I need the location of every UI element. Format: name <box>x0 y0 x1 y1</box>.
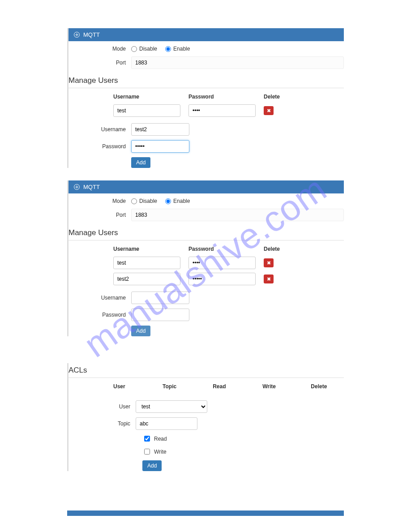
panel-header[interactable]: MQTT <box>68 180 344 193</box>
mode-disable-option[interactable]: Disable <box>131 198 157 204</box>
col-username: Username <box>113 246 180 252</box>
delete-user-button[interactable]: ✖ <box>264 258 274 267</box>
panel-title: MQTT <box>83 31 100 38</box>
mode-disable-radio[interactable] <box>131 198 137 204</box>
mqtt-panel-2: MQTT Mode Disable Enable Port <box>67 180 344 336</box>
acl-col-delete: Delete <box>294 383 344 390</box>
user-row: ✖ <box>113 104 344 117</box>
mode-enable-radio[interactable] <box>165 198 171 204</box>
mqtt-panel-1: MQTT Mode Disable Enable Port <box>67 28 344 168</box>
mode-enable-option[interactable]: Enable <box>165 46 190 52</box>
user-password-input[interactable] <box>188 273 256 285</box>
footer-bar <box>67 511 344 516</box>
acl-topic-label: Topic <box>68 420 136 427</box>
acl-topic-input[interactable] <box>136 417 197 430</box>
user-row: ✖ <box>113 257 344 269</box>
col-delete: Delete <box>264 94 291 100</box>
mode-label: Mode <box>68 46 131 52</box>
acl-read-label: Read <box>154 436 167 442</box>
user-username-input[interactable] <box>113 273 180 285</box>
add-username-label: Username <box>68 126 131 133</box>
col-password: Password <box>188 246 256 252</box>
acl-user-label: User <box>68 403 136 410</box>
add-username-input[interactable] <box>131 292 189 304</box>
manage-users-title: Manage Users <box>68 73 344 88</box>
acl-col-read: Read <box>194 383 244 390</box>
col-delete: Delete <box>264 246 291 252</box>
acl-col-user: User <box>113 383 145 390</box>
add-password-input[interactable] <box>131 140 189 153</box>
add-user-button[interactable]: Add <box>131 157 150 168</box>
manage-users-title: Manage Users <box>68 226 344 240</box>
mode-disable-option[interactable]: Disable <box>131 46 157 52</box>
plus-circle-icon <box>74 32 80 38</box>
mode-enable-option[interactable]: Enable <box>165 198 190 204</box>
add-user-button[interactable]: Add <box>131 326 150 336</box>
col-password: Password <box>188 94 256 100</box>
panel-header[interactable]: MQTT <box>68 28 344 41</box>
acl-col-topic: Topic <box>145 383 194 390</box>
port-label: Port <box>68 212 131 218</box>
user-password-input[interactable] <box>188 104 256 117</box>
port-input[interactable] <box>131 209 344 221</box>
delete-user-button[interactable]: ✖ <box>264 275 274 283</box>
acl-write-label: Write <box>154 449 167 455</box>
plus-circle-icon <box>74 184 80 190</box>
user-row: ✖ <box>113 273 344 285</box>
add-username-input[interactable] <box>131 123 189 136</box>
panel-title: MQTT <box>83 184 100 190</box>
add-username-label: Username <box>68 295 131 301</box>
port-label: Port <box>68 60 131 66</box>
add-password-label: Password <box>68 312 131 318</box>
acl-add-button[interactable]: Add <box>142 460 162 471</box>
add-password-input[interactable] <box>131 309 189 321</box>
mode-disable-radio[interactable] <box>131 46 137 52</box>
user-password-input[interactable] <box>188 257 256 269</box>
add-password-label: Password <box>68 143 131 150</box>
port-input[interactable] <box>131 56 344 69</box>
user-username-input[interactable] <box>113 104 180 117</box>
col-username: Username <box>113 94 180 100</box>
acl-write-checkbox[interactable] <box>144 449 150 455</box>
mode-label: Mode <box>68 198 131 204</box>
acls-panel: ACLs User Topic Read Write Delete User t… <box>67 363 344 471</box>
acl-col-write: Write <box>244 383 294 390</box>
delete-user-button[interactable]: ✖ <box>264 106 274 115</box>
user-username-input[interactable] <box>113 257 180 269</box>
acl-read-checkbox[interactable] <box>144 436 150 442</box>
acls-title: ACLs <box>68 363 344 378</box>
acl-user-select[interactable]: test <box>136 400 207 413</box>
mode-enable-radio[interactable] <box>165 46 171 52</box>
